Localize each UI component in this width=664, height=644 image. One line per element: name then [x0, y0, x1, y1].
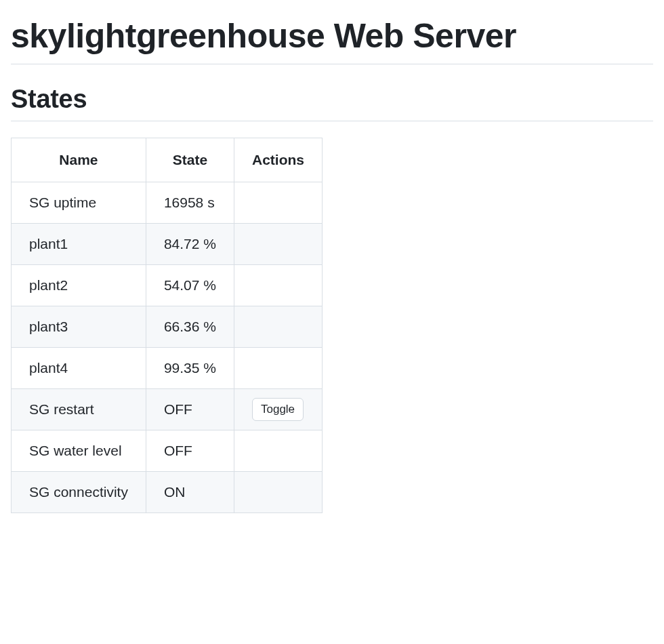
cell-name: plant1	[12, 224, 146, 265]
cell-state: ON	[146, 472, 234, 513]
cell-state: 16958 s	[146, 182, 234, 224]
cell-state: 54.07 %	[146, 265, 234, 306]
table-row: plant254.07 %	[12, 265, 323, 306]
table-row: SG water levelOFF	[12, 430, 323, 472]
cell-state: 66.36 %	[146, 306, 234, 348]
toggle-button[interactable]: Toggle	[252, 398, 304, 421]
states-table-body: SG uptime16958 splant184.72 %plant254.07…	[12, 182, 323, 513]
section-title-states: States	[11, 85, 653, 121]
page-title: skylightgreenhouse Web Server	[11, 16, 653, 64]
cell-actions	[234, 348, 322, 389]
col-header-state: State	[146, 138, 234, 182]
table-row: SG restartOFFToggle	[12, 389, 323, 430]
cell-name: plant4	[12, 348, 146, 389]
cell-actions: Toggle	[234, 389, 322, 430]
col-header-name: Name	[12, 138, 146, 182]
cell-name: plant3	[12, 306, 146, 348]
cell-state: OFF	[146, 389, 234, 430]
cell-state: 84.72 %	[146, 224, 234, 265]
col-header-actions: Actions	[234, 138, 322, 182]
cell-actions	[234, 224, 322, 265]
cell-actions	[234, 265, 322, 306]
cell-name: SG restart	[12, 389, 146, 430]
table-row: SG connectivityON	[12, 472, 323, 513]
cell-name: SG uptime	[12, 182, 146, 224]
cell-name: SG connectivity	[12, 472, 146, 513]
table-row: plant366.36 %	[12, 306, 323, 348]
table-row: SG uptime16958 s	[12, 182, 323, 224]
states-table: Name State Actions SG uptime16958 splant…	[11, 138, 323, 513]
cell-actions	[234, 472, 322, 513]
cell-state: OFF	[146, 430, 234, 472]
cell-name: SG water level	[12, 430, 146, 472]
cell-state: 99.35 %	[146, 348, 234, 389]
table-row: plant184.72 %	[12, 224, 323, 265]
cell-actions	[234, 430, 322, 472]
cell-actions	[234, 182, 322, 224]
table-row: plant499.35 %	[12, 348, 323, 389]
cell-name: plant2	[12, 265, 146, 306]
table-header-row: Name State Actions	[12, 138, 323, 182]
cell-actions	[234, 306, 322, 348]
